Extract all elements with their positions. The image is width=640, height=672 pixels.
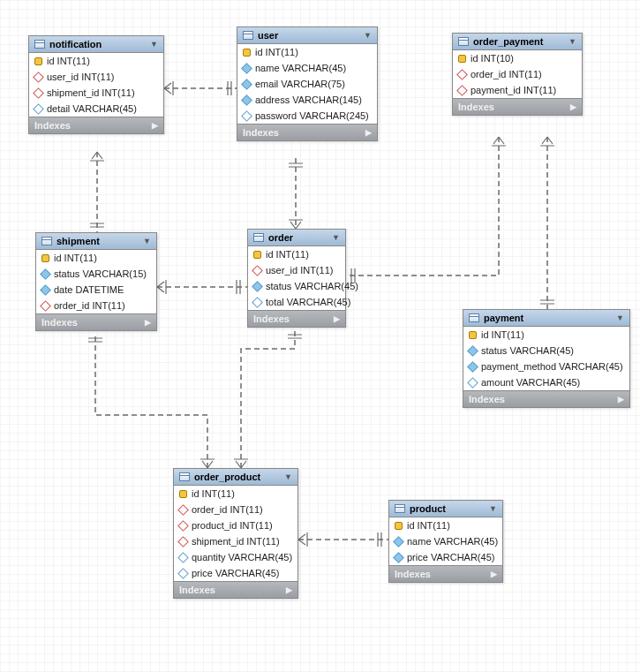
chevron-right-icon: ▶ xyxy=(491,570,497,578)
column-text: id INT(11) xyxy=(481,329,524,340)
column-row[interactable]: order_id INT(11) xyxy=(36,298,156,313)
column-row[interactable]: email VARCHAR(75) xyxy=(237,76,377,92)
column-row[interactable]: product_id INT(11) xyxy=(174,517,297,533)
entity-title: product xyxy=(410,503,446,514)
column-text: user_id INT(11) xyxy=(266,265,333,276)
column-row[interactable]: user_id INT(11) xyxy=(29,69,163,85)
column-row[interactable]: order_id INT(11) xyxy=(174,502,297,517)
column-row[interactable]: status VARCHAR(45) xyxy=(248,278,345,294)
column-row[interactable]: user_id INT(11) xyxy=(248,262,345,278)
indexes-section[interactable]: Indexes ▶ xyxy=(237,124,377,140)
collapse-icon: ▼ xyxy=(284,472,292,481)
entity-order[interactable]: order ▼ id INT(11)user_id INT(11)status … xyxy=(247,229,346,328)
indexes-section[interactable]: Indexes ▶ xyxy=(463,390,629,407)
column-row[interactable]: id INT(11) xyxy=(389,517,502,533)
columns-list: id INT(11)name VARCHAR(45)price VARCHAR(… xyxy=(389,517,502,565)
columns-list: id INT(11)user_id INT(11)shipment_id INT… xyxy=(29,53,163,117)
diamond-fk-icon xyxy=(177,504,189,516)
columns-list: id INT(11)user_id INT(11)status VARCHAR(… xyxy=(248,246,345,310)
indexes-section[interactable]: Indexes ▶ xyxy=(389,565,502,582)
column-text: email VARCHAR(75) xyxy=(255,79,345,89)
column-text: total VARCHAR(45) xyxy=(266,297,350,307)
column-row[interactable]: status VARCHAR(15) xyxy=(36,266,156,282)
column-text: date DATETIME xyxy=(54,284,124,295)
entity-order-product[interactable]: order_product ▼ id INT(11)order_id INT(1… xyxy=(173,468,298,599)
entity-header[interactable]: order_payment ▼ xyxy=(453,34,582,50)
columns-list: id INT(11)status VARCHAR(15)date DATETIM… xyxy=(36,250,156,313)
column-row[interactable]: id INT(11) xyxy=(174,486,297,502)
entity-header[interactable]: shipment ▼ xyxy=(36,233,156,250)
column-row[interactable]: price VARCHAR(45) xyxy=(389,549,502,565)
column-text: id INT(11) xyxy=(47,56,90,66)
entity-payment[interactable]: payment ▼ id INT(11)status VARCHAR(45)pa… xyxy=(463,309,630,408)
column-text: quantity VARCHAR(45) xyxy=(192,552,292,563)
entity-title: shipment xyxy=(56,236,100,246)
column-row[interactable]: name VARCHAR(45) xyxy=(237,60,377,76)
column-text: address VARCHAR(145) xyxy=(255,94,362,105)
column-row[interactable]: id INT(11) xyxy=(237,44,377,60)
column-row[interactable]: id INT(10) xyxy=(453,50,582,66)
indexes-section[interactable]: Indexes ▶ xyxy=(29,117,163,133)
column-row[interactable]: total VARCHAR(45) xyxy=(248,294,345,310)
column-row[interactable]: shipment_id INT(11) xyxy=(174,533,297,549)
column-row[interactable]: quantity VARCHAR(45) xyxy=(174,549,297,565)
collapse-icon: ▼ xyxy=(332,233,340,242)
indexes-section[interactable]: Indexes ▶ xyxy=(36,313,156,330)
column-row[interactable]: payment_id INT(11) xyxy=(453,82,582,98)
columns-list: id INT(11)name VARCHAR(45)email VARCHAR(… xyxy=(237,44,377,124)
columns-list: id INT(11)status VARCHAR(45)payment_meth… xyxy=(463,327,629,390)
diamond-attr-icon xyxy=(241,79,252,90)
chevron-right-icon: ▶ xyxy=(365,128,372,137)
column-row[interactable]: name VARCHAR(45) xyxy=(389,533,502,549)
indexes-section[interactable]: Indexes ▶ xyxy=(453,98,582,115)
entity-header[interactable]: notification ▼ xyxy=(29,36,163,53)
entity-header[interactable]: order ▼ xyxy=(248,230,345,246)
column-row[interactable]: id INT(11) xyxy=(36,250,156,266)
collapse-icon: ▼ xyxy=(150,40,158,49)
column-text: shipment_id INT(11) xyxy=(47,87,135,98)
column-row[interactable]: address VARCHAR(145) xyxy=(237,92,377,108)
entity-product[interactable]: product ▼ id INT(11)name VARCHAR(45)pric… xyxy=(388,500,503,583)
diamond-attr-icon xyxy=(467,361,478,373)
table-icon xyxy=(253,233,264,242)
column-text: status VARCHAR(45) xyxy=(481,345,574,356)
key-icon xyxy=(243,49,251,57)
column-row[interactable]: price VARCHAR(45) xyxy=(174,565,297,581)
entity-header[interactable]: payment ▼ xyxy=(463,310,629,327)
diamond-fk-icon xyxy=(252,265,263,276)
column-row[interactable]: date DATETIME xyxy=(36,282,156,298)
column-row[interactable]: password VARCHAR(245) xyxy=(237,108,377,124)
entity-header[interactable]: order_product ▼ xyxy=(174,469,297,486)
diamond-attr-icon xyxy=(33,103,44,115)
column-text: price VARCHAR(45) xyxy=(192,568,279,578)
column-row[interactable]: id INT(11) xyxy=(248,246,345,262)
entity-shipment[interactable]: shipment ▼ id INT(11)status VARCHAR(15)d… xyxy=(35,232,157,331)
entity-header[interactable]: user ▼ xyxy=(237,27,377,44)
column-row[interactable]: id INT(11) xyxy=(29,53,163,69)
column-row[interactable]: shipment_id INT(11) xyxy=(29,85,163,101)
chevron-right-icon: ▶ xyxy=(570,102,576,111)
column-text: id INT(11) xyxy=(266,249,309,260)
column-row[interactable]: amount VARCHAR(45) xyxy=(463,374,629,390)
indexes-section[interactable]: Indexes ▶ xyxy=(174,581,297,598)
column-row[interactable]: order_id INT(11) xyxy=(453,66,582,82)
diamond-attr-icon xyxy=(467,377,478,389)
column-row[interactable]: status VARCHAR(45) xyxy=(463,343,629,359)
key-icon xyxy=(458,55,466,63)
column-text: name VARCHAR(45) xyxy=(255,63,346,73)
column-row[interactable]: id INT(11) xyxy=(463,327,629,343)
column-text: price VARCHAR(45) xyxy=(407,552,494,563)
indexes-section[interactable]: Indexes ▶ xyxy=(248,310,345,327)
columns-list: id INT(11)order_id INT(11)product_id INT… xyxy=(174,486,297,581)
diamond-attr-icon xyxy=(393,536,404,547)
column-text: order_id INT(11) xyxy=(471,69,542,79)
entity-order-payment[interactable]: order_payment ▼ id INT(10)order_id INT(1… xyxy=(452,33,583,116)
column-text: password VARCHAR(245) xyxy=(255,110,369,121)
entity-header[interactable]: product ▼ xyxy=(389,501,502,517)
collapse-icon: ▼ xyxy=(616,313,624,322)
column-row[interactable]: detail VARCHAR(45) xyxy=(29,101,163,117)
column-row[interactable]: payment_method VARCHAR(45) xyxy=(463,359,629,374)
entity-user[interactable]: user ▼ id INT(11)name VARCHAR(45)email V… xyxy=(237,26,378,141)
entity-notification[interactable]: notification ▼ id INT(11)user_id INT(11)… xyxy=(28,35,164,134)
table-icon xyxy=(458,37,469,46)
